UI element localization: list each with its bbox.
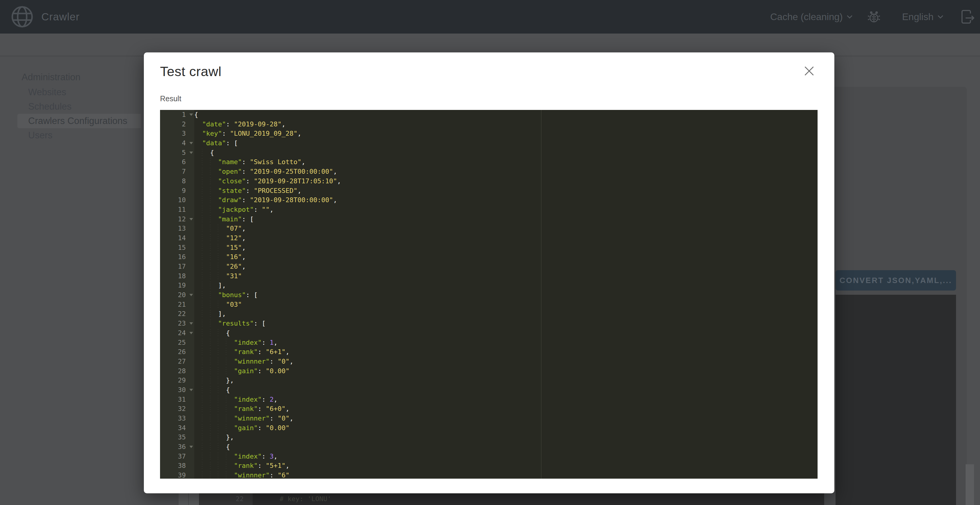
- indent-guide: [202, 367, 202, 375]
- code-line: 24 {: [160, 328, 818, 338]
- code-line: 9 "state": "PROCESSED",: [160, 186, 818, 195]
- logout-icon[interactable]: [959, 9, 975, 25]
- indent-guide: [202, 177, 202, 185]
- indent-guide: [202, 462, 202, 470]
- indent-guide: [202, 244, 202, 252]
- code-text: {: [194, 148, 818, 157]
- code-text: "state": "PROCESSED",: [194, 186, 818, 195]
- background-result-panel: [835, 295, 956, 505]
- code-text: "31": [194, 272, 818, 281]
- indent-guide: [210, 339, 210, 346]
- convert-button[interactable]: CONVERT JSON,YAML,...: [835, 270, 956, 291]
- sidebar-item-crawlers-configurations[interactable]: Crawlers Configurations: [18, 114, 141, 128]
- indent-guide: [202, 434, 202, 441]
- line-number: 15: [160, 243, 194, 252]
- fold-arrow-icon[interactable]: [189, 322, 193, 325]
- line-number: 21: [160, 300, 194, 310]
- indent-guide: [202, 348, 202, 356]
- cache-dropdown[interactable]: Cache (cleaning): [770, 11, 853, 22]
- brand-title: Crawler: [41, 11, 80, 23]
- code-line: 15 "15",: [160, 243, 818, 252]
- line-number: 7: [160, 167, 194, 176]
- indent-guide: [202, 405, 202, 413]
- sidebar-list: WebsitesSchedulesCrawlers Configurations…: [0, 85, 141, 143]
- indent-guide: [226, 405, 226, 413]
- indent-guide: [202, 376, 202, 384]
- indent-guide: [210, 367, 210, 375]
- background-scrollbar[interactable]: [966, 464, 974, 505]
- fold-arrow-icon[interactable]: [189, 218, 193, 221]
- result-label: Result: [160, 94, 181, 103]
- code-line: 22 ],: [160, 309, 818, 319]
- line-number: 38: [160, 461, 194, 470]
- language-dropdown[interactable]: English: [902, 11, 944, 22]
- indent-guide: [210, 187, 210, 195]
- line-number: 28: [160, 366, 194, 376]
- language-dropdown-label: English: [902, 11, 934, 22]
- code-text: "rank": "6+0",: [194, 404, 818, 414]
- indent-guide: [226, 357, 226, 365]
- indent-guide: [210, 272, 210, 280]
- indent-guide: [202, 158, 202, 166]
- app-root: Crawler Cache (cleaning): [0, 0, 980, 505]
- fold-arrow-icon[interactable]: [189, 142, 193, 145]
- fold-arrow-icon[interactable]: [189, 389, 193, 391]
- indent-guide: [202, 149, 202, 157]
- code-line: 3 "key": "LONU_2019_09_28",: [160, 129, 818, 138]
- code-text: "index": 3,: [194, 452, 818, 461]
- sidebar-item-schedules[interactable]: Schedules: [0, 100, 141, 114]
- code-line: 35 },: [160, 432, 818, 442]
- indent-guide: [210, 414, 210, 422]
- line-number: 8: [160, 176, 194, 186]
- sidebar: Administration WebsitesSchedulesCrawlers…: [0, 70, 141, 143]
- code-line: 4 "data": [: [160, 138, 818, 148]
- indent-guide: [202, 396, 202, 403]
- indent-guide: [202, 443, 202, 451]
- indent-guide: [210, 281, 210, 289]
- line-number: 17: [160, 262, 194, 272]
- line-number: 9: [160, 186, 194, 195]
- code-text: "date": "2019-09-28",: [194, 119, 818, 129]
- code-text: "winnner": "0",: [194, 414, 818, 423]
- indent-guide: [210, 263, 210, 270]
- code-text: "winnner": "6": [194, 470, 818, 479]
- line-number: 2: [160, 119, 194, 129]
- fold-arrow-icon[interactable]: [189, 332, 193, 334]
- code-text: ],: [194, 281, 818, 290]
- top-navbar: Crawler Cache (cleaning): [0, 0, 980, 33]
- sidebar-item-users[interactable]: Users: [0, 128, 141, 143]
- sidebar-item-websites[interactable]: Websites: [0, 85, 141, 100]
- fold-arrow-icon[interactable]: [189, 114, 193, 116]
- indent-guide: [210, 443, 210, 451]
- background-code-line: 22 # key: 'LONU': [199, 493, 824, 505]
- indent-guide: [226, 472, 226, 479]
- line-number: 29: [160, 376, 194, 385]
- bug-icon[interactable]: [867, 10, 881, 24]
- code-line: 31 "index": 2,: [160, 395, 818, 404]
- indent-guide: [210, 462, 210, 470]
- code-line: 34 "gain": "0.00": [160, 423, 818, 433]
- indent-guide: [202, 253, 202, 261]
- code-line: 30 {: [160, 385, 818, 395]
- code-line: 25 "index": 1,: [160, 338, 818, 348]
- fold-arrow-icon[interactable]: [189, 446, 193, 448]
- indent-guide: [202, 281, 202, 289]
- brand[interactable]: Crawler: [11, 0, 80, 33]
- fold-arrow-icon[interactable]: [189, 294, 193, 296]
- code-text: {: [194, 385, 818, 395]
- editor-lines: 1{2 "date": "2019-09-28",3 "key": "LONU_…: [160, 110, 818, 479]
- fold-arrow-icon[interactable]: [189, 152, 193, 154]
- close-icon[interactable]: [803, 64, 816, 78]
- indent-guide: [210, 234, 210, 242]
- line-number: 22: [160, 309, 194, 319]
- line-number: 24: [160, 328, 194, 338]
- line-number: 16: [160, 252, 194, 262]
- chevron-down-icon: [937, 15, 944, 19]
- result-code-editor[interactable]: 1{2 "date": "2019-09-28",3 "key": "LONU_…: [160, 110, 818, 479]
- indent-guide: [226, 453, 226, 461]
- line-number: 39: [160, 470, 194, 479]
- indent-guide: [210, 225, 210, 232]
- code-line: 20 "bonus": [: [160, 290, 818, 300]
- code-text: "03": [194, 300, 818, 310]
- convert-button-label: CONVERT JSON,YAML,...: [840, 276, 952, 285]
